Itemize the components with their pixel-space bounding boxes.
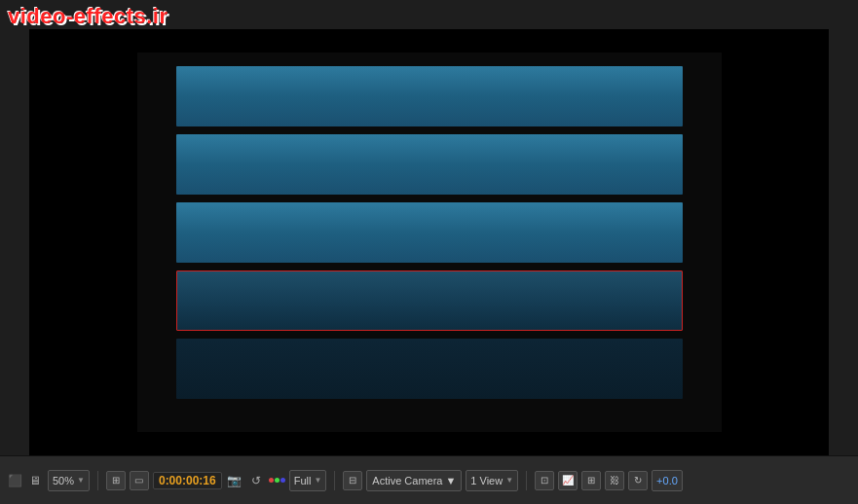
quality-dropdown[interactable]: Full ▼: [289, 470, 327, 491]
screen-icon[interactable]: 🖥: [26, 472, 44, 489]
divider-3: [526, 471, 527, 490]
dot-green: [275, 478, 280, 483]
link-icon[interactable]: ⛓: [605, 471, 624, 490]
toolbar-left: ⬛ 🖥: [6, 472, 44, 489]
stripe-1: [176, 66, 683, 126]
divider-1: [97, 471, 98, 490]
graph-icon[interactable]: 📈: [558, 471, 578, 490]
camera-icon[interactable]: 📷: [226, 472, 243, 489]
quality-value: Full: [294, 475, 312, 486]
plus-value: +0.0: [656, 475, 678, 486]
color-dots[interactable]: [269, 478, 285, 483]
active-camera-dropdown[interactable]: Active Camera ▼: [366, 470, 462, 491]
quality-arrow: ▼: [314, 476, 321, 485]
divider-2: [334, 471, 335, 490]
zoom-dropdown[interactable]: 50% ▼: [48, 470, 90, 491]
view-arrow: ▼: [505, 476, 513, 485]
camera-dropdown-arrow: ▼: [445, 475, 456, 486]
expand-icon[interactable]: ⊞: [106, 471, 126, 490]
viewer-container: [29, 29, 829, 455]
zoom-value: 50%: [53, 475, 74, 486]
stripe-2: [176, 134, 683, 195]
active-camera-label: Active Camera: [372, 475, 442, 486]
view-dropdown[interactable]: 1 View ▼: [466, 470, 518, 491]
grid-toggle[interactable]: ⊟: [343, 471, 362, 490]
monitor-icon[interactable]: ⬛: [6, 472, 23, 489]
dot-red: [269, 478, 274, 483]
region-icon[interactable]: ▭: [130, 471, 149, 490]
stripe-4-selected[interactable]: [176, 270, 683, 331]
view-value: 1 View: [470, 475, 503, 486]
stripe-5-dark: [176, 339, 683, 399]
time-display[interactable]: 0:00:00:16: [153, 472, 222, 489]
plus-dropdown[interactable]: +0.0: [652, 470, 683, 491]
layout-icon[interactable]: ⊡: [535, 471, 554, 490]
viewer-inner: [137, 53, 722, 432]
rotate-icon[interactable]: ↻: [628, 471, 648, 490]
zoom-arrow: ▼: [77, 476, 85, 485]
watermark: video-effects.ir: [8, 4, 168, 29]
dot-blue: [280, 478, 285, 483]
bottom-toolbar: ⬛ 🖥 50% ▼ ⊞ ▭ 0:00:00:16 📷 ↺ Full ▼ ⊟ Ac…: [0, 455, 858, 504]
refresh-icon[interactable]: ↺: [247, 472, 265, 489]
node-icon[interactable]: ⊞: [581, 471, 601, 490]
stripe-3: [176, 202, 683, 263]
